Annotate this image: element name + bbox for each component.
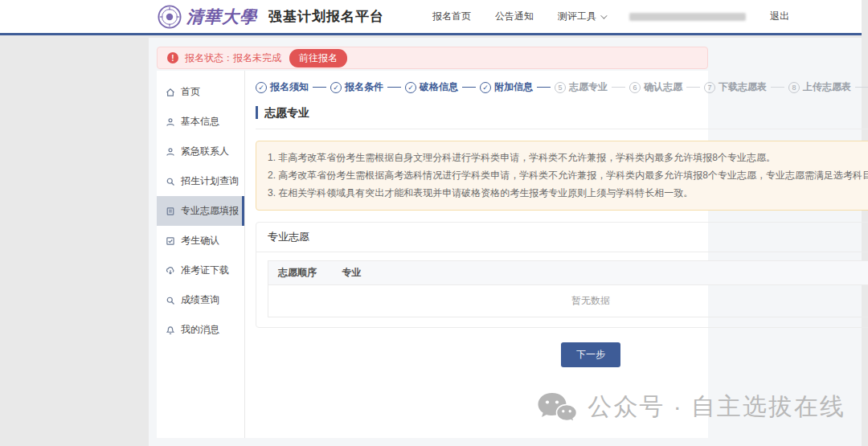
step-label: 报名须知 (270, 80, 309, 94)
sidebar-item-label: 准考证下载 (181, 264, 229, 277)
user-icon (166, 147, 175, 157)
check-circle-icon: ✓ (405, 82, 416, 93)
step-label: 报名条件 (345, 80, 383, 94)
major-preference-panel: 专业志愿 添加 志愿顺序 专业 操作 暂无数据 (256, 222, 868, 328)
bell-icon (166, 325, 175, 335)
page-title: 志愿专业 (256, 106, 309, 119)
step-connector (313, 87, 326, 88)
step-number-circle: 8 (788, 82, 800, 93)
sidebar-item-my-messages[interactable]: 我的消息 (157, 315, 244, 345)
notice-line: 1. 非高考改革省份考生需根据自身文理分科进行学科类申请，学科类不允许兼报，学科… (268, 149, 868, 166)
sidebar-item-label: 招生计划查询 (181, 174, 239, 188)
step-number-circle: 5 (555, 82, 566, 93)
sidebar-item-label: 专业志愿填报 (181, 204, 239, 218)
sidebar-item-label: 紧急联系人 (181, 145, 229, 158)
search-icon (166, 296, 175, 305)
check-square-icon (166, 236, 175, 246)
table-empty-row: 暂无数据 (268, 284, 868, 317)
step-connector (537, 87, 551, 88)
watermark-text: 公众号 · 自主选拔在线 (588, 391, 845, 423)
panel-header: 专业志愿 添加 (256, 223, 868, 252)
empty-state-text: 暂无数据 (268, 284, 868, 317)
step-number-circle: 7 (704, 82, 715, 93)
sidebar-item-ticket-download[interactable]: 准考证下载 (157, 256, 244, 285)
step-2: ✓ 报名条件 (330, 80, 383, 94)
registration-status-text: 报名状态：报名未完成 (185, 51, 281, 65)
registration-status-alert: ! 报名状态：报名未完成 前往报名 (157, 47, 708, 69)
sidebar-item-score-query[interactable]: 成绩查询 (157, 285, 244, 315)
step-7: 7 下载志愿表 (704, 80, 767, 94)
step-indicator: ✓ 报名须知 ✓ 报名条件 ✓ 破格信息 ✓ 附加信息 5 志愿专业 (256, 80, 868, 94)
check-circle-icon: ✓ (480, 82, 491, 93)
nav-assessment-tools[interactable]: 测评工具 (558, 10, 605, 23)
notice-line: 3. 在相关学科领域具有突出才能和表现并申请破格资格的考生报考专业原则上须与学科… (268, 184, 868, 202)
check-circle-icon: ✓ (256, 82, 267, 93)
home-icon (166, 88, 175, 97)
step-4: ✓ 附加信息 (480, 80, 533, 94)
step-label: 破格信息 (420, 80, 458, 94)
user-icon (166, 117, 175, 127)
chevron-down-icon (600, 12, 607, 18)
sidebar-item-label: 首页 (181, 85, 200, 99)
sidebar: 首页 基本信息 紧急联系人 招生计划查询 专业志愿填报 考生确认 准考证下载 (157, 71, 245, 438)
next-step-button[interactable]: 下一步 (561, 342, 620, 367)
step-connector (686, 87, 700, 88)
exclamation-circle-icon: ! (167, 52, 178, 63)
nav-assessment-tools-label: 测评工具 (558, 10, 596, 23)
watermark: 公众号 · 自主选拔在线 (536, 391, 845, 423)
step-label: 下载志愿表 (719, 80, 767, 94)
sidebar-item-label: 我的消息 (181, 323, 219, 337)
step-label: 附加信息 (494, 80, 533, 94)
step-connector (771, 87, 784, 88)
step-label: 志愿专业 (569, 80, 608, 94)
step-8: 8 上传志愿表 (788, 80, 851, 94)
step-1: ✓ 报名须知 (256, 80, 309, 94)
column-order: 志愿顺序 (268, 260, 333, 284)
nav-announcements[interactable]: 公告通知 (495, 10, 534, 23)
sidebar-item-basic-info[interactable]: 基本信息 (157, 107, 244, 137)
check-circle-icon: ✓ (330, 82, 342, 93)
sidebar-item-label: 考生确认 (181, 234, 219, 248)
column-major: 专业 (333, 260, 868, 284)
step-connector (855, 87, 868, 88)
cloud-download-icon (166, 266, 175, 276)
step-5: 5 志愿专业 (555, 80, 608, 94)
preference-table: 志愿顺序 专业 操作 暂无数据 (268, 260, 868, 317)
tsinghua-seal-icon (158, 5, 182, 29)
notice-box: 1. 非高考改革省份考生需根据自身文理分科进行学科类申请，学科类不允许兼报，学科… (256, 141, 868, 211)
main-content: ✓ 报名须知 ✓ 报名条件 ✓ 破格信息 ✓ 附加信息 5 志愿专业 (245, 71, 868, 438)
sidebar-item-home[interactable]: 首页 (157, 77, 244, 107)
top-header: 清華大學 强基计划报名平台 报名首页 公告通知 测评工具 退出 (0, 0, 862, 35)
panel-body: 志愿顺序 专业 操作 暂无数据 (256, 252, 868, 327)
university-name: 清華大學 (186, 6, 257, 28)
step-label: 上传志愿表 (803, 80, 851, 94)
sidebar-item-label: 基本信息 (181, 115, 219, 129)
sidebar-item-admission-plan-query[interactable]: 招生计划查询 (157, 166, 244, 196)
platform-title: 强基计划报名平台 (268, 7, 384, 26)
sidebar-item-candidate-confirm[interactable]: 考生确认 (157, 226, 244, 256)
form-icon (166, 207, 175, 216)
search-icon (166, 177, 175, 186)
go-register-button[interactable]: 前往报名 (289, 49, 347, 68)
step-number-circle: 6 (629, 82, 641, 93)
notice-line: 2. 高考改革省份考生需根据高考选科情况进行学科类申请，学科类不允许兼报，学科类… (268, 166, 868, 184)
table-header-row: 志愿顺序 专业 操作 (268, 260, 868, 284)
user-name-redacted (629, 13, 746, 21)
header-nav: 报名首页 公告通知 测评工具 退出 (408, 10, 789, 23)
panel-title: 专业志愿 (268, 230, 309, 244)
sidebar-item-label: 成绩查询 (181, 293, 219, 307)
nav-home[interactable]: 报名首页 (432, 10, 471, 23)
sidebar-item-emergency-contact[interactable]: 紧急联系人 (157, 137, 244, 166)
main-card: 首页 基本信息 紧急联系人 招生计划查询 专业志愿填报 考生确认 准考证下载 (157, 71, 708, 438)
step-connector (387, 87, 401, 88)
logout-link[interactable]: 退出 (770, 10, 789, 23)
page-title-bar: 志愿专业 (256, 105, 868, 129)
step-connector (462, 87, 476, 88)
step-3: ✓ 破格信息 (405, 80, 458, 94)
step-label: 确认志愿 (644, 80, 682, 94)
wechat-icon (536, 391, 578, 423)
sidebar-item-major-preference[interactable]: 专业志愿填报 (157, 196, 244, 226)
logo: 清華大學 (158, 5, 257, 29)
step-6: 6 确认志愿 (629, 80, 682, 94)
step-connector (612, 87, 625, 88)
